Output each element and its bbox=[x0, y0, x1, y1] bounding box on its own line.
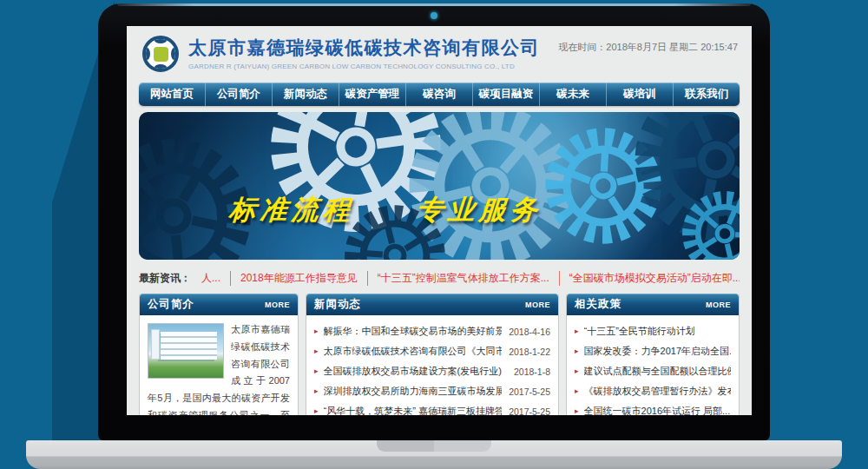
news-list: ▸解振华：中国和全球碳交易市场的美好前景可期2018-4-16 ▸太原市绿碳低碳… bbox=[306, 315, 558, 415]
ticker-link[interactable]: 2018年能源工作指导意见 bbox=[231, 271, 368, 286]
laptop-screen: 太原市嘉德瑞绿碳低碳技术咨询有限公司 GARDNER R (TAIYUAN) G… bbox=[127, 26, 752, 415]
main-nav: 网站首页 公司简介 新闻动态 碳资产管理 碳咨询 碳项目融资 碳未来 碳培训 联… bbox=[139, 83, 740, 106]
trackpad-notch bbox=[377, 440, 491, 452]
column-company-profile: 公司简介 MORE 太原市嘉德瑞绿碳低碳技术咨询有限公司成立于2007年5月，是… bbox=[139, 294, 299, 415]
nav-item-news[interactable]: 新闻动态 bbox=[273, 83, 339, 106]
ticker-link[interactable]: 人... bbox=[200, 271, 231, 286]
profile-body: 太原市嘉德瑞绿碳低碳技术咨询有限公司成立于2007年5月，是国内最大的碳资产开发… bbox=[140, 315, 298, 415]
laptop-base bbox=[26, 440, 842, 469]
ticker-label: 最新资讯： bbox=[139, 271, 191, 286]
hero-banner: 标准流程 专业服务 bbox=[139, 112, 740, 260]
arrow-bullet-icon: ▸ bbox=[575, 367, 579, 375]
arrow-bullet-icon: ▸ bbox=[575, 327, 579, 335]
arrow-bullet-icon: ▸ bbox=[314, 407, 319, 415]
profile-more-link[interactable]: MORE bbox=[265, 301, 290, 309]
arrow-bullet-icon: ▸ bbox=[314, 367, 319, 375]
news-row[interactable]: ▸深圳排放权交易所助力海南三亚碳市场发展2017-5-25 bbox=[314, 381, 550, 401]
company-name: 太原市嘉德瑞绿碳低碳技术咨询有限公司 bbox=[188, 36, 540, 60]
nav-item-home[interactable]: 网站首页 bbox=[139, 83, 206, 106]
news-date: 2018-4-16 bbox=[509, 327, 550, 337]
logo-dot bbox=[142, 48, 150, 61]
column-policies: 相关政策 MORE ▸“十三五”全民节能行动计划 ▸国家发改委：力争2017年启… bbox=[566, 294, 740, 415]
content-columns: 公司简介 MORE 太原市嘉德瑞绿碳低碳技术咨询有限公司成立于2007年5月，是… bbox=[139, 294, 740, 415]
news-date: 2017-5-25 bbox=[509, 386, 550, 397]
company-logo-icon bbox=[142, 36, 179, 72]
ticker-link[interactable]: “十三五”控制温室气体排放工作方案... bbox=[368, 271, 560, 286]
nav-item-consulting[interactable]: 碳咨询 bbox=[406, 83, 473, 106]
policy-row[interactable]: ▸全国统一碳市2016年试运行 局部... bbox=[575, 401, 731, 415]
site-header: 太原市嘉德瑞绿碳低碳技术咨询有限公司 GARDNER R (TAIYUAN) G… bbox=[139, 26, 740, 83]
news-header: 新闻动态 MORE bbox=[306, 294, 558, 315]
policies-title: 相关政策 bbox=[575, 297, 621, 312]
logo-dot bbox=[155, 64, 168, 72]
news-row[interactable]: ▸太原市绿碳低碳技术咨询有限公司《大同市低碳发...2018-1-22 bbox=[314, 341, 550, 361]
news-date: 2017-5-25 bbox=[509, 406, 550, 416]
news-more-link[interactable]: MORE bbox=[525, 301, 550, 309]
logo-dot bbox=[171, 48, 179, 61]
company-name-en: GARDNER R (TAIYUAN) GREEN CARBON LOW CAR… bbox=[188, 63, 540, 70]
arrow-bullet-icon: ▸ bbox=[575, 407, 579, 415]
logo-green-square bbox=[154, 47, 168, 62]
nav-item-training[interactable]: 碳培训 bbox=[607, 83, 674, 106]
nav-item-financing[interactable]: 碳项目融资 bbox=[473, 83, 540, 106]
arrow-bullet-icon: ▸ bbox=[314, 327, 319, 335]
policy-row[interactable]: ▸国家发改委：力争2017年启动全国... bbox=[575, 341, 731, 361]
arrow-bullet-icon: ▸ bbox=[575, 347, 579, 355]
ticker-link[interactable]: “全国碳市场模拟交易活动”启动在即... bbox=[560, 271, 740, 286]
news-title: 新闻动态 bbox=[314, 297, 361, 312]
gear-icon bbox=[673, 182, 740, 260]
arrow-bullet-icon: ▸ bbox=[314, 347, 319, 355]
policies-header: 相关政策 MORE bbox=[567, 294, 739, 315]
arrow-bullet-icon: ▸ bbox=[314, 387, 319, 395]
arrow-bullet-icon: ▸ bbox=[575, 387, 579, 395]
news-row[interactable]: ▸全国碳排放权交易市场建设方案(发电行业)2018-1-8 bbox=[314, 361, 550, 381]
profile-header: 公司简介 MORE bbox=[140, 294, 298, 315]
current-time-label: 现在时间：2018年8月7日 星期二 20:15:47 bbox=[558, 41, 738, 54]
policy-row[interactable]: ▸建议试点配额与全国配额以合理比例兑... bbox=[575, 361, 731, 381]
banner-slogan: 标准流程 专业服务 bbox=[139, 192, 633, 228]
profile-title: 公司简介 bbox=[148, 297, 194, 312]
brand-block: 太原市嘉德瑞绿碳低碳技术咨询有限公司 GARDNER R (TAIYUAN) G… bbox=[188, 36, 540, 70]
logo-dot bbox=[155, 36, 168, 43]
policies-more-link[interactable]: MORE bbox=[706, 301, 731, 309]
gear-icon bbox=[139, 113, 277, 260]
policies-list: ▸“十三五”全民节能行动计划 ▸国家发改委：力争2017年启动全国... ▸建议… bbox=[567, 315, 739, 415]
nav-item-carbon-assets[interactable]: 碳资产管理 bbox=[339, 83, 406, 106]
website-page: 太原市嘉德瑞绿碳低碳技术咨询有限公司 GARDNER R (TAIYUAN) G… bbox=[139, 26, 740, 415]
news-date: 2018-1-22 bbox=[509, 347, 550, 357]
news-row[interactable]: ▸“风华十载，筑梦未来” 嘉德瑞新三板挂牌答谢...2017-5-25 bbox=[314, 401, 550, 415]
policy-row[interactable]: ▸《碳排放权交易管理暂行办法》发布 bbox=[575, 381, 731, 401]
news-row[interactable]: ▸解振华：中国和全球碳交易市场的美好前景可期2018-4-16 bbox=[314, 321, 550, 341]
nav-item-future[interactable]: 碳未来 bbox=[540, 83, 607, 106]
policy-row[interactable]: ▸“十三五”全民节能行动计划 bbox=[575, 321, 731, 341]
nav-item-contact[interactable]: 联系我们 bbox=[674, 83, 740, 106]
company-building-photo bbox=[148, 323, 224, 379]
news-date: 2018-1-8 bbox=[514, 367, 550, 377]
column-news: 新闻动态 MORE ▸解振华：中国和全球碳交易市场的美好前景可期2018-4-1… bbox=[306, 294, 559, 415]
nav-item-about[interactable]: 公司简介 bbox=[206, 83, 273, 106]
news-ticker: 最新资讯： 人... 2018年能源工作指导意见 “十三五”控制温室气体排放工作… bbox=[139, 268, 740, 288]
webcam-icon bbox=[431, 12, 437, 19]
